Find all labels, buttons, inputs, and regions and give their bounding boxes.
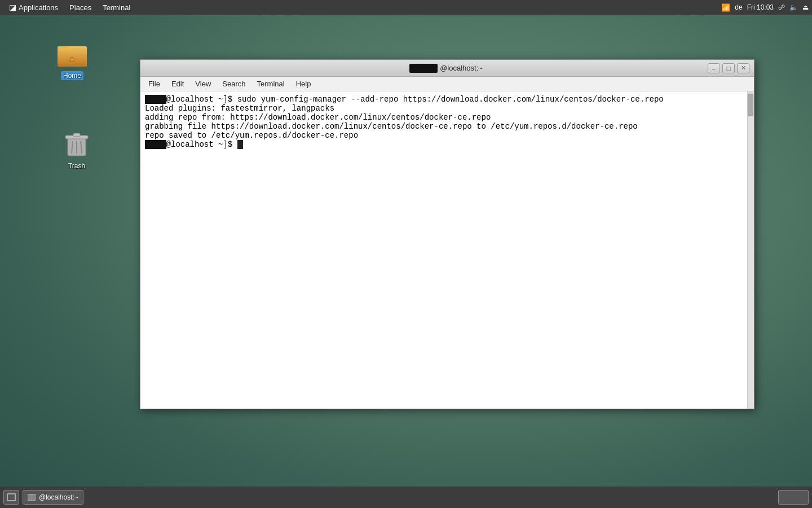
terminal-output-1: Loaded plugins: fastestmirror, langpacks <box>145 104 334 113</box>
places-label: Places <box>69 3 91 12</box>
svg-text:⌂: ⌂ <box>69 53 76 64</box>
show-desktop-icon <box>7 493 16 501</box>
terminal-title: ████@localhost:~ <box>184 64 708 73</box>
network-icon: 📶 <box>721 3 730 12</box>
menu-view[interactable]: View <box>189 78 217 89</box>
trash-icon <box>61 129 92 160</box>
menu-terminal[interactable]: Terminal <box>251 78 290 89</box>
home-folder-icon: ⌂ <box>56 38 88 70</box>
taskbar-top-left: ◪ Applications Places Terminal <box>3 2 136 13</box>
menu-edit[interactable]: Edit <box>166 78 189 89</box>
taskbar-window-label: @localhost:~ <box>39 493 78 501</box>
desktop-icon-trash[interactable]: Trash <box>54 129 99 170</box>
scrollbar-thumb[interactable] <box>748 94 753 116</box>
applications-menu[interactable]: ◪ Applications <box>3 2 64 13</box>
network-status-icon: ☍ <box>778 3 785 11</box>
taskbar-bottom-right <box>778 490 809 505</box>
terminal-scrollbar[interactable] <box>747 91 754 409</box>
close-button[interactable]: ✕ <box>737 63 749 73</box>
title-suffix: @localhost:~ <box>440 64 483 72</box>
minimize-button[interactable]: – <box>708 63 720 73</box>
svg-rect-6 <box>73 133 80 137</box>
cursor <box>237 140 243 149</box>
terminal-prompt-2: @localhost ~]$ <box>166 140 237 149</box>
home-icon-label: Home <box>61 71 83 80</box>
terminal-menubar: File Edit View Search Terminal Help <box>140 77 754 91</box>
apps-icon: ◪ <box>9 3 16 12</box>
terminal-titlebar: ████@localhost:~ – □ ✕ <box>140 60 754 77</box>
prompt-redacted-1: ████ <box>145 95 166 104</box>
places-menu[interactable]: Places <box>64 2 97 13</box>
desktop-icon-home[interactable]: ⌂ Home <box>50 38 95 80</box>
terminal-output-3: grabbing file https://download.docker.co… <box>145 122 638 131</box>
terminal-output-4: repo saved to /etc/yum.repos.d/docker-ce… <box>145 131 358 140</box>
menu-search[interactable]: Search <box>217 78 251 89</box>
volume-icon: 🔈 <box>789 3 798 11</box>
terminal-window: ████@localhost:~ – □ ✕ File Edit View Se… <box>140 59 754 409</box>
terminal-content[interactable]: ████@localhost ~]$ sudo yum-config-manag… <box>140 91 747 409</box>
svg-rect-2 <box>58 46 69 51</box>
taskbar-top: ◪ Applications Places Terminal 📶 de Fri … <box>0 0 812 15</box>
applications-label: Applications <box>19 3 58 12</box>
prompt-redacted-2: ████ <box>145 140 166 149</box>
taskbar-top-right: 📶 de Fri 10:03 ☍ 🔈 ⏏ <box>721 3 809 12</box>
terminal-body: ████@localhost ~]$ sudo yum-config-manag… <box>140 91 754 409</box>
taskbar-window-icon <box>28 494 36 501</box>
menu-help[interactable]: Help <box>290 78 317 89</box>
maximize-button[interactable]: □ <box>722 63 735 73</box>
trash-icon-label: Trash <box>66 161 87 170</box>
title-redacted: ████ <box>409 64 438 73</box>
menu-file[interactable]: File <box>143 78 166 89</box>
terminal-line-1: @localhost ~]$ sudo yum-config-manager -… <box>166 95 664 104</box>
bottom-right-box <box>778 490 809 505</box>
terminal-output-2: adding repo from: https://download.docke… <box>145 113 491 122</box>
taskbar-window-button[interactable]: @localhost:~ <box>23 490 83 505</box>
show-desktop-button[interactable] <box>3 490 19 505</box>
terminal-menu[interactable]: Terminal <box>97 2 136 13</box>
desktop: ◪ Applications Places Terminal 📶 de Fri … <box>0 0 812 508</box>
clock: Fri 10:03 <box>747 3 774 11</box>
locale-indicator: de <box>735 3 742 11</box>
taskbar-bottom: @localhost:~ <box>0 487 812 508</box>
terminal-label: Terminal <box>103 3 130 12</box>
power-icon: ⏏ <box>802 3 809 11</box>
terminal-controls: – □ ✕ <box>708 63 749 73</box>
